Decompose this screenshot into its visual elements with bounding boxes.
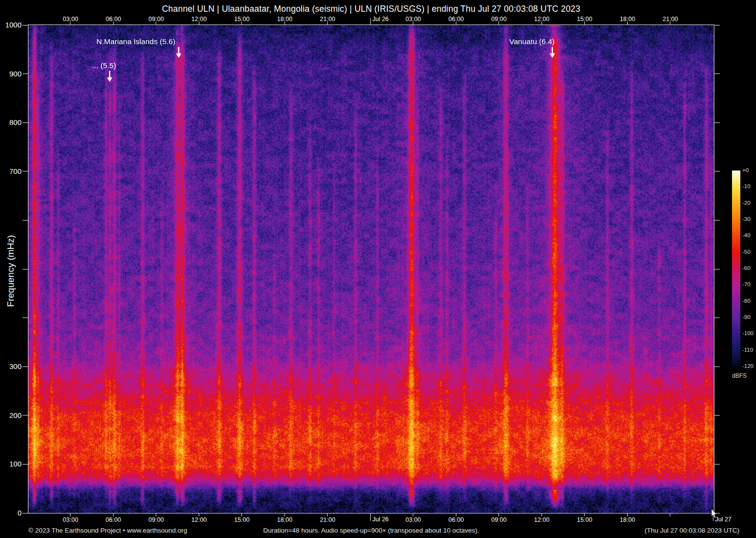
y-tick-right [714,220,720,220]
colorbar-tick-label: -70 [742,281,751,287]
colorbar-tick-label: -80 [742,298,751,304]
x-tick-label-top: 18:00 [276,16,293,23]
y-tick-right [714,25,720,25]
event-annotation-label: ... (5.5) [92,61,116,70]
y-tick-left [23,367,28,367]
annotation-arrow-icon [549,47,556,58]
spectrogram-canvas[interactable] [28,25,714,513]
x-tick-label-bottom: Jul 26 [372,516,388,523]
x-tick-label-bottom: 12:00 [533,516,550,523]
y-tick-left [23,25,28,25]
x-tick-label-bottom: 21:00 [319,516,336,523]
x-tick-bottom [413,513,413,516]
x-tick-label-top: 03:00 [62,16,79,23]
page-title: Channel ULN | Ulaanbaatar, Mongolia (sei… [28,4,714,14]
x-tick-label-top: 21:00 [319,16,336,23]
y-tick-right [714,171,720,171]
spectrogram-app: Channel ULN | Ulaanbaatar, Mongolia (sei… [0,0,756,538]
x-tick-label-bottom: 09:00 [490,516,508,523]
y-tick-label: 1000 [0,21,22,29]
x-tick-label-bottom: 03:00 [62,516,79,523]
x-tick-bottom [70,513,71,516]
y-tick-left [23,171,28,171]
y-tick-right [714,73,720,74]
y-tick-label: 900 [0,70,22,78]
x-tick-label-bottom: 06:00 [104,516,122,523]
x-tick-label-bottom: 12:00 [190,516,208,523]
colorbar [732,171,740,367]
x-tick-bottom [241,513,242,516]
y-tick-right [714,269,720,269]
x-tick-bottom [199,513,199,516]
annotation-arrow-icon [106,71,113,82]
x-tick-label-bottom: 18:00 [618,516,636,523]
x-tick-bottom [670,513,670,516]
x-tick-label-top: 18:00 [618,16,636,23]
x-tick-label-top: 09:00 [147,16,165,23]
event-annotation-label: N.Mariana Islands (5.6) [96,37,175,46]
colorbar-tick-label: -60 [742,265,751,271]
y-tick-left [23,318,28,318]
colorbar-tick-label: -40 [742,232,751,238]
event-annotation-label: Vanuatu (6.4) [509,37,555,46]
x-tick-bottom [542,513,542,516]
mouse-cursor-icon [711,509,719,519]
x-tick-label-top: 09:00 [490,16,508,23]
x-tick-bottom [584,513,585,516]
y-tick-left [23,73,28,74]
x-tick-label-top: 06:00 [447,16,465,23]
colorbar-tick-label: -50 [742,249,751,255]
x-tick-bottom [370,513,371,521]
x-tick-bottom [627,513,628,516]
y-tick-right [714,464,720,465]
x-tick-label-bottom: 06:00 [447,516,465,523]
colorbar-tick-label: -110 [742,347,753,353]
y-tick-label: 200 [0,411,22,419]
y-tick-left [23,513,28,514]
spectrogram-plot[interactable] [28,24,714,514]
x-tick-bottom [327,513,328,516]
colorbar-tick-label: +0 [742,167,749,173]
annotation-arrow-icon [175,47,182,58]
x-tick-label-bottom: 18:00 [276,516,293,523]
x-tick-label-bottom: 03:00 [404,516,422,523]
x-tick-bottom [156,513,156,516]
x-tick-label-top: 15:00 [233,16,251,23]
colorbar-tick-label: -90 [742,314,751,320]
y-tick-label: 100 [0,460,22,468]
x-tick-bottom [456,513,456,516]
colorbar-tick-label: -10 [742,183,751,189]
colorbar-tick-label: -120 [742,363,754,369]
y-tick-left [23,122,28,123]
x-tick-label-top: 21:00 [662,16,679,23]
y-tick-label: 800 [0,118,22,126]
x-tick-label-top: 12:00 [190,16,208,23]
y-tick-right [714,367,720,367]
x-tick-bottom [498,513,499,516]
x-tick-label-top: 12:00 [533,16,550,23]
x-tick-label-top: 03:00 [404,16,422,23]
x-tick-label-bottom: 09:00 [147,516,165,523]
x-tick-label-top: Jul 26 [372,16,388,23]
y-tick-right [714,122,720,123]
x-tick-top [370,18,371,25]
y-tick-right [714,318,720,318]
x-tick-bottom [113,513,114,516]
x-tick-bottom [284,513,285,516]
y-tick-label: 700 [0,167,22,175]
x-tick-label-top: 15:00 [576,16,593,23]
y-tick-label: 0 [0,509,22,517]
footer-timestamp: (Thu Jul 27 00:03:08 2023 UTC) [28,527,739,534]
y-axis-title: Frequency (mHz) [5,232,16,310]
x-tick-label-top: 06:00 [104,16,122,23]
y-tick-right [714,415,720,416]
colorbar-tick-label: -30 [742,216,751,222]
x-tick-label-bottom: 15:00 [576,516,593,523]
y-tick-left [23,464,28,465]
colorbar-unit-label: dBFS [732,372,747,379]
x-tick-label-bottom: 15:00 [233,516,251,523]
y-tick-left [23,269,28,269]
y-tick-left [23,220,28,220]
y-tick-label: 300 [0,362,22,370]
colorbar-tick-label: -100 [742,330,754,336]
